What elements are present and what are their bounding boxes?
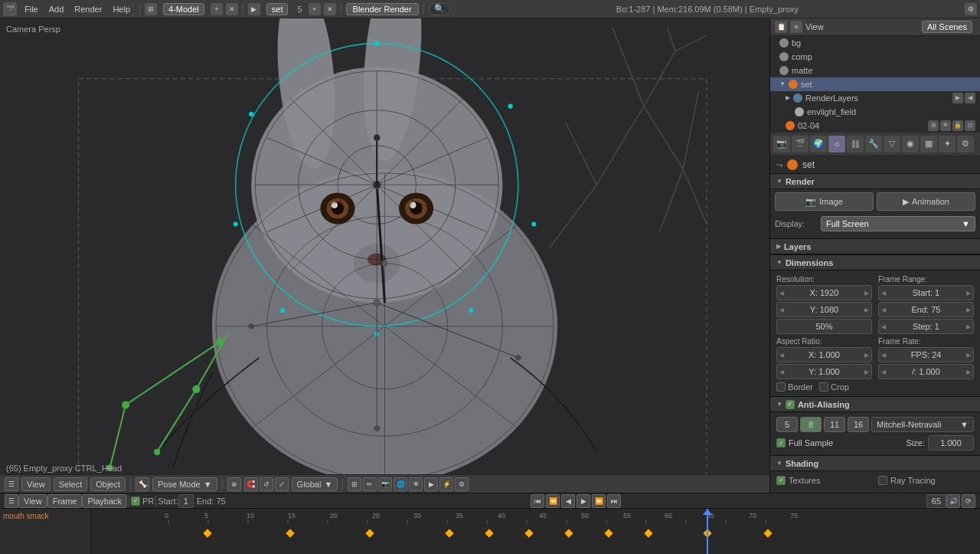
scene-item-matte[interactable]: matte (770, 64, 980, 77)
fps-field[interactable]: ◀ FPS: 24 ▶ (878, 347, 974, 362)
aa-enabled-checkbox[interactable]: ✓ (786, 400, 795, 409)
status-frame[interactable]: Frame (47, 494, 83, 508)
scene-item-comp[interactable]: comp (770, 50, 980, 64)
filter-icon[interactable]: ≡ (790, 21, 802, 33)
x-resolution-field[interactable]: ◀ X: 1920 ▶ (776, 285, 872, 300)
rl-icon1[interactable]: ▶ (952, 93, 963, 103)
i04-icon3[interactable]: 🔒 (952, 120, 963, 131)
end-field[interactable]: ◀ End: 75 ▶ (878, 302, 974, 317)
aa-16[interactable]: 16 (848, 417, 869, 432)
prop-constraints-icon[interactable]: ⛓ (847, 136, 864, 152)
camera-icon[interactable]: 📷 (378, 477, 392, 491)
audio-icon[interactable]: 🔊 (946, 494, 960, 508)
layers-section-header[interactable]: ▶ Layers (770, 238, 980, 254)
start-frame-field[interactable]: 1 (178, 494, 194, 508)
prop-particles-icon[interactable]: ✦ (939, 136, 956, 152)
full-sample-checkbox[interactable]: ✓ (776, 438, 786, 447)
mode-selector[interactable]: Pose Mode ▼ (152, 477, 217, 491)
sync-icon[interactable]: ⟳ (962, 494, 975, 508)
scene-item-envlight[interactable]: envlight_field (770, 105, 980, 119)
select-menu[interactable]: Select (54, 477, 88, 491)
animation-render-btn[interactable]: ▶ Animation (877, 192, 975, 211)
size-field[interactable]: 1.000 (928, 435, 974, 451)
draw-icon[interactable]: ✏ (363, 477, 377, 491)
render-section-header[interactable]: ▼ Render (770, 173, 980, 189)
aa-filter-selector[interactable]: Mitchell-Netravali ▼ (871, 417, 974, 432)
add-screen-icon[interactable]: + (211, 3, 223, 15)
play-reverse-icon[interactable]: ◀ (561, 494, 575, 508)
blender-icon[interactable]: 🎬 (3, 2, 17, 16)
prop-material-icon[interactable]: ◉ (902, 136, 919, 152)
prop-world-icon[interactable]: 🌍 (810, 136, 827, 152)
add-set-icon[interactable]: + (309, 3, 321, 15)
play-icon[interactable]: ▶ (577, 494, 590, 508)
dimensions-section-header[interactable]: ▼ Dimensions (770, 254, 980, 270)
image-render-btn[interactable]: 📷 Image (775, 192, 874, 211)
crop-checkbox[interactable] (819, 382, 828, 392)
fps2-field[interactable]: ◀ /: 1.000 ▶ (878, 364, 974, 379)
skip-start-icon[interactable]: ⏮ (531, 494, 544, 508)
scene-item-bg[interactable]: bg (770, 36, 980, 50)
pr-check[interactable]: ✓ PR (131, 497, 154, 506)
props-icon[interactable]: ⚙ (455, 477, 469, 491)
scene-item-renderlayers[interactable]: ▶ RenderLayers ▶ ◀ (770, 91, 980, 105)
aa-5[interactable]: 5 (776, 417, 798, 432)
layers-icon[interactable]: ⊞ (348, 477, 361, 491)
border-check[interactable]: Border (776, 382, 813, 392)
display-icon[interactable]: 👁 (409, 477, 423, 491)
ay-field[interactable]: ◀ Y: 1.000 ▶ (776, 364, 872, 379)
menu-help[interactable]: Help (108, 4, 135, 15)
screen-layout-icon[interactable]: ⊞ (145, 3, 157, 15)
scenes-selector[interactable]: All Scenes (922, 21, 972, 33)
object-menu[interactable]: Object (90, 477, 126, 491)
step-field[interactable]: ◀ Step: 1 ▶ (878, 319, 974, 334)
aa-8[interactable]: 8 (800, 417, 822, 432)
rl-icon2[interactable]: ◀ (965, 93, 975, 103)
remove-screen-icon[interactable]: ✕ (226, 3, 238, 15)
shading-section-header[interactable]: ▼ Shading (770, 455, 980, 471)
remove-set-icon[interactable]: ✕ (324, 3, 336, 15)
pose-icon[interactable]: 🦴 (136, 477, 149, 491)
scene-item-0204[interactable]: 02-04 ⊞ 👁 🔒 ⊡ (770, 119, 980, 133)
viewport[interactable]: Camera Persp (0, 18, 769, 493)
status-icon[interactable]: ☰ (5, 494, 18, 508)
aa-section-header[interactable]: ▼ ✓ Anti-Aliasing (770, 396, 980, 412)
prop-texture-icon[interactable]: ▦ (920, 136, 937, 152)
border-checkbox[interactable] (776, 382, 786, 392)
next-frame-icon[interactable]: ⏩ (592, 494, 606, 508)
prop-physics-icon[interactable]: ⚙ (957, 136, 974, 152)
prop-scene-icon[interactable]: 🎬 (792, 136, 808, 152)
set-name[interactable]: set (266, 3, 289, 15)
display-selector[interactable]: Full Screen ▼ (821, 216, 975, 231)
menu-render[interactable]: Render (70, 4, 106, 15)
workspace-selector[interactable]: 4-Model (163, 3, 204, 15)
percent-field[interactable]: 50% (776, 319, 872, 334)
outliner-icon[interactable]: 📋 (775, 21, 787, 33)
view-menu[interactable]: View (21, 477, 51, 491)
prop-object-icon[interactable]: ○ (828, 136, 845, 152)
prev-frame-icon[interactable]: ⏪ (546, 494, 560, 508)
transform-selector[interactable]: Global ▼ (292, 477, 338, 491)
pivot-icon[interactable]: ⊕ (227, 477, 241, 491)
prop-render-icon[interactable]: 📷 (773, 136, 790, 152)
start-field[interactable]: ◀ Start: 1 ▶ (878, 285, 974, 300)
menu-add[interactable]: Add (44, 4, 69, 15)
snap-icon[interactable]: 🧲 (244, 477, 258, 491)
scale-icon[interactable]: ⤢ (275, 477, 289, 491)
render-engine-selector[interactable]: Blender Render (346, 3, 419, 15)
i04-icon1[interactable]: ⊞ (928, 120, 939, 131)
viewport-menu-icon[interactable]: ☰ (5, 477, 18, 491)
prop-data-icon[interactable]: ▽ (884, 136, 900, 152)
search-bar[interactable]: 🔍 (429, 3, 450, 15)
i04-icon2[interactable]: 👁 (940, 120, 951, 131)
textures-checkbox[interactable]: ✓ (776, 476, 786, 485)
menu-file[interactable]: File (20, 4, 43, 15)
physics-icon[interactable]: ⚡ (439, 477, 453, 491)
ray-tracing-checkbox[interactable] (878, 476, 887, 485)
timeline-right[interactable]: 0 5 10 15 20 25 30 35 40 45 50 55 60 65 … (92, 509, 980, 554)
ax-field[interactable]: ◀ X: 1.000 ▶ (776, 347, 872, 362)
i04-icon4[interactable]: ⊡ (965, 120, 975, 131)
render-icon[interactable]: 🌐 (394, 477, 407, 491)
scene-icon[interactable]: ▶ (248, 3, 260, 15)
status-view[interactable]: View (18, 494, 47, 508)
